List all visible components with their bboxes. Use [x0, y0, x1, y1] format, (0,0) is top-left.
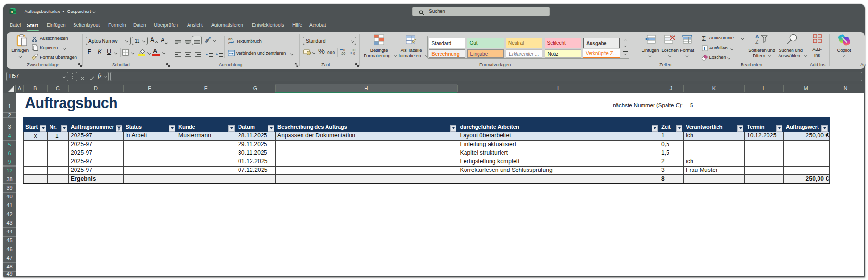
svg-text:0: 0: [343, 49, 345, 52]
svg-text:.00: .00: [341, 52, 345, 55]
svg-text:.00: .00: [351, 49, 355, 52]
svg-text:c: c: [228, 41, 230, 45]
svg-text:x: x: [11, 10, 13, 14]
svg-text:Z: Z: [755, 39, 759, 45]
svg-text:0: 0: [353, 52, 355, 55]
